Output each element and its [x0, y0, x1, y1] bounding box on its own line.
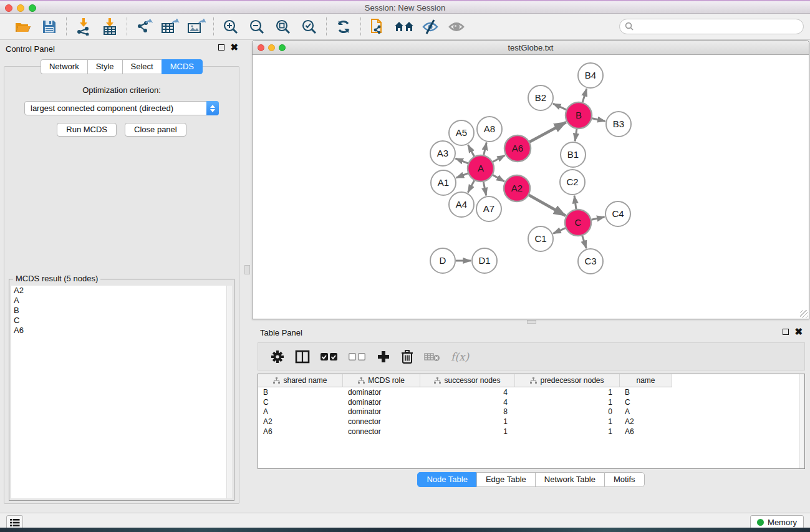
graph-edge-A-A5[interactable] — [468, 145, 475, 156]
close-table-panel-icon[interactable]: ✖ — [794, 329, 803, 335]
home-views-icon[interactable] — [393, 17, 415, 37]
column-header-predecessor-nodes[interactable]: predecessor nodes — [515, 374, 620, 387]
graph-node-B[interactable]: B — [566, 102, 592, 128]
table-cell[interactable]: B — [620, 387, 672, 397]
table-cell[interactable]: A — [258, 407, 343, 417]
table-cell[interactable]: dominator — [343, 387, 420, 397]
table-cell[interactable]: 4 — [420, 387, 515, 397]
graph-node-A4[interactable]: A4 — [449, 192, 474, 217]
graph-edge-A-A2[interactable] — [493, 175, 504, 181]
graph-node-C4[interactable]: C4 — [605, 201, 630, 226]
toolbar-search-field[interactable] — [619, 19, 804, 34]
graph-edge-A2-C[interactable] — [529, 195, 566, 216]
result-item[interactable]: C — [11, 316, 232, 326]
graph-edge-B-B4[interactable] — [582, 89, 586, 102]
table-cell[interactable]: A — [620, 407, 672, 417]
graph-node-A2[interactable]: A2 — [504, 175, 530, 201]
table-cell[interactable]: 1 — [515, 387, 620, 397]
import-table-icon[interactable] — [99, 17, 120, 37]
graph-node-A[interactable]: A — [468, 155, 494, 181]
close-panel-icon[interactable]: ✖ — [230, 44, 238, 51]
column-header-successor-nodes[interactable]: successor nodes — [420, 374, 515, 387]
table-cell[interactable]: C — [620, 397, 672, 407]
table-row[interactable]: Adominator80A — [258, 407, 804, 417]
tab-network[interactable]: Network — [41, 59, 87, 74]
table-cell[interactable]: connector — [343, 417, 420, 427]
graph-node-C1[interactable]: C1 — [528, 226, 553, 251]
table-cell[interactable]: A2 — [620, 417, 672, 427]
export-network-icon[interactable] — [133, 17, 155, 37]
result-item[interactable]: A2 — [11, 286, 232, 296]
show-columns-icon[interactable] — [295, 347, 310, 366]
hide-graphics-details-icon[interactable] — [420, 17, 441, 37]
graph-node-A5[interactable]: A5 — [449, 120, 474, 145]
tab-network-table[interactable]: Network Table — [535, 472, 604, 487]
graph-edge-A-A1[interactable] — [456, 173, 468, 178]
graph-node-C3[interactable]: C3 — [578, 249, 603, 274]
table-row[interactable]: A6connector11A6 — [258, 427, 804, 437]
graph-edge-A-A7[interactable] — [483, 182, 486, 196]
graph-edge-A-A4[interactable] — [468, 180, 474, 192]
tab-style[interactable]: Style — [87, 59, 122, 74]
show-hide-graphics-icon[interactable] — [446, 17, 467, 37]
zoom-in-icon[interactable] — [220, 17, 241, 37]
graph-node-C2[interactable]: C2 — [560, 170, 585, 195]
window-resize-grip[interactable] — [800, 310, 808, 318]
graph-edge-A6-B[interactable] — [529, 122, 566, 142]
graph-edge-C-C3[interactable] — [582, 236, 586, 248]
graph-node-A7[interactable]: A7 — [476, 196, 501, 221]
memory-button[interactable]: Memory — [750, 515, 804, 529]
table-cell[interactable]: dominator — [343, 407, 420, 417]
zoom-out-icon[interactable] — [246, 17, 268, 37]
zoom-selected-icon[interactable] — [299, 17, 320, 37]
graph-edge-C-C2[interactable] — [574, 196, 576, 209]
tab-node-table[interactable]: Node Table — [417, 472, 476, 487]
result-scrollbar[interactable] — [226, 286, 232, 498]
run-mcds-button[interactable]: Run MCDS — [57, 123, 117, 137]
tab-select[interactable]: Select — [122, 59, 162, 74]
open-session-icon[interactable] — [12, 17, 34, 37]
graph-node-B2[interactable]: B2 — [528, 85, 553, 110]
select-all-checks-icon[interactable] — [321, 347, 338, 366]
mcds-result-list[interactable]: A2ABCA6 — [11, 286, 232, 498]
refresh-view-icon[interactable] — [333, 17, 354, 37]
graph-node-C[interactable]: C — [565, 210, 591, 236]
graph-node-B3[interactable]: B3 — [606, 112, 631, 137]
column-header-name[interactable]: name — [620, 374, 672, 387]
export-image-icon[interactable] — [186, 17, 207, 37]
optimization-criterion-dropdown[interactable]: largest connected component (directed) — [24, 101, 219, 115]
horizontal-split-grip[interactable] — [527, 320, 536, 324]
result-item[interactable]: A6 — [11, 326, 232, 336]
table-cell[interactable]: 1 — [420, 417, 515, 427]
float-panel-icon[interactable] — [218, 44, 224, 51]
table-row[interactable]: Bdominator41B — [258, 387, 804, 397]
float-table-panel-icon[interactable] — [783, 329, 789, 335]
table-cell[interactable]: 1 — [515, 427, 620, 437]
tab-mcds[interactable]: MCDS — [162, 59, 203, 74]
add-column-icon[interactable] — [377, 347, 390, 366]
graph-edge-B-B2[interactable] — [553, 104, 566, 110]
table-cell[interactable]: A2 — [258, 417, 343, 427]
search-input[interactable] — [634, 22, 790, 31]
table-row[interactable]: Cdominator41C — [258, 397, 804, 407]
graph-edge-A-A3[interactable] — [455, 158, 468, 163]
table-cell[interactable]: A6 — [258, 427, 343, 437]
result-item[interactable]: B — [11, 306, 232, 316]
graph-node-A1[interactable]: A1 — [431, 170, 456, 195]
graph-edge-C-C4[interactable] — [591, 217, 604, 220]
table-cell[interactable]: connector — [343, 427, 420, 437]
graph-node-B1[interactable]: B1 — [561, 142, 586, 167]
table-cell[interactable]: 1 — [420, 427, 515, 437]
graph-node-A8[interactable]: A8 — [477, 117, 502, 142]
graph-edge-C-C1[interactable] — [553, 228, 566, 234]
graph-node-B4[interactable]: B4 — [578, 63, 603, 88]
graph-node-A6[interactable]: A6 — [504, 135, 531, 162]
import-network-icon[interactable] — [73, 17, 94, 37]
table-cell[interactable]: 1 — [515, 397, 620, 407]
table-scrollbar[interactable] — [799, 374, 804, 468]
result-item[interactable]: A — [11, 296, 232, 306]
graph-node-D1[interactable]: D1 — [472, 248, 497, 273]
column-header-MCDS-role[interactable]: MCDS role — [343, 374, 420, 387]
graph-edge-B-B1[interactable] — [575, 129, 577, 141]
graph-node-D[interactable]: D — [430, 248, 455, 273]
